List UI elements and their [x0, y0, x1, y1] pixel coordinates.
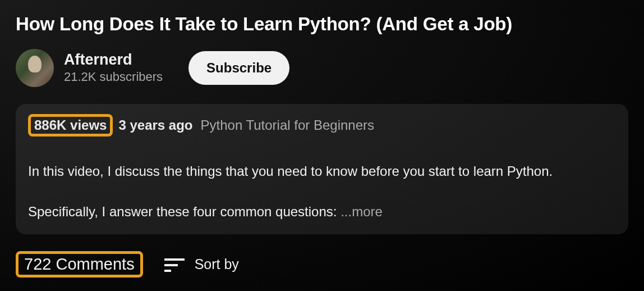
subscriber-count: 21.2K subscribers: [64, 70, 163, 84]
channel-name[interactable]: Afternerd: [64, 51, 163, 69]
view-count: 886K views: [28, 114, 113, 137]
subscribe-button[interactable]: Subscribe: [188, 51, 289, 85]
playlist-link[interactable]: Python Tutorial for Beginners: [201, 117, 375, 133]
show-more-link[interactable]: ...more: [341, 204, 383, 219]
comments-count: 722 Comments: [16, 251, 143, 278]
sort-label: Sort by: [195, 256, 239, 272]
description-meta: 886K views 3 years ago Python Tutorial f…: [28, 114, 616, 137]
svg-rect-2: [164, 270, 171, 272]
upload-age: 3 years ago: [118, 117, 192, 133]
channel-row: Afternerd 21.2K subscribers Subscribe: [16, 49, 628, 87]
video-title: How Long Does It Take to Learn Python? (…: [16, 12, 628, 37]
channel-meta: Afternerd 21.2K subscribers: [64, 51, 163, 84]
sort-button[interactable]: Sort by: [164, 256, 239, 272]
svg-rect-1: [164, 264, 178, 266]
channel-avatar[interactable]: [16, 49, 54, 87]
description-line1: In this video, I discuss the things that…: [28, 163, 553, 179]
description-box[interactable]: 886K views 3 years ago Python Tutorial f…: [16, 104, 628, 234]
description-line2: Specifically, I answer these four common…: [28, 204, 341, 219]
comments-header: 722 Comments Sort by: [16, 251, 628, 278]
sort-icon: [164, 256, 186, 272]
svg-rect-0: [164, 258, 185, 261]
description-text: In this video, I discuss the things that…: [28, 141, 616, 222]
